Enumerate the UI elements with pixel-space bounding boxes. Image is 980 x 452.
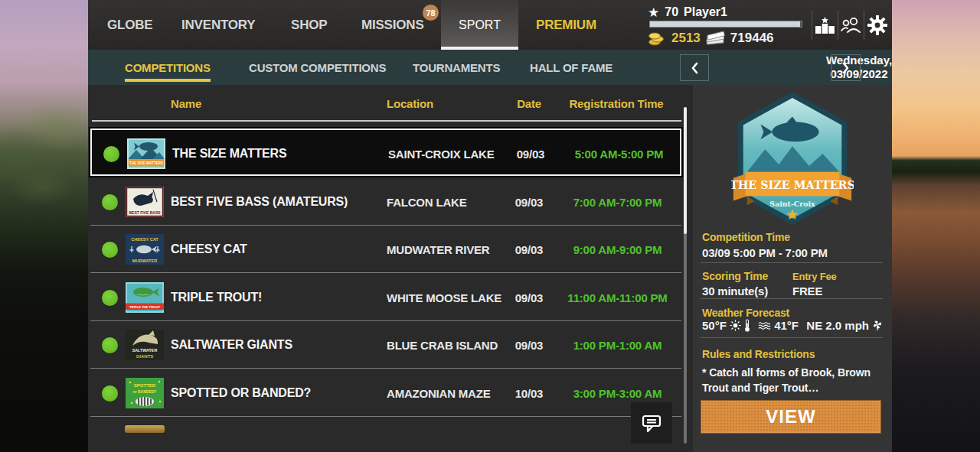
air-temp-value: 50°F bbox=[702, 319, 727, 332]
competition-logo-spotted-or-banded: SPOTTED or BANDED? bbox=[125, 378, 165, 408]
nav-globe[interactable]: GLOBE bbox=[107, 0, 152, 50]
rules-text: * Catch all forms of Brook, Brown Trout … bbox=[702, 365, 883, 395]
competition-logo-partial bbox=[125, 425, 165, 433]
tab-tournaments[interactable]: TOURNAMENTS bbox=[413, 50, 500, 85]
tab-custom-competitions[interactable]: CUSTOM COMPETITIONS bbox=[249, 50, 386, 85]
missions-count-badge: 78 bbox=[423, 5, 439, 21]
sport-sub-nav: COMPETITIONS CUSTOM COMPETITIONS TOURNAM… bbox=[88, 50, 892, 85]
status-open-dot-icon bbox=[103, 146, 119, 162]
competition-reg-time: 9:00 AM-9:00 PM bbox=[555, 226, 680, 273]
competition-logo-saltwater-giants: SALTWATER GIANTS bbox=[125, 330, 165, 360]
friends-icon bbox=[840, 16, 863, 34]
competition-name: SPOTTED OR BANDED? bbox=[171, 369, 311, 417]
competition-date: 10/03 bbox=[506, 369, 552, 417]
water-temperature: 41°F bbox=[758, 319, 799, 332]
competition-badge: THE SIZE MATTERS Saint-Croix bbox=[731, 90, 854, 226]
status-open-dot-icon bbox=[102, 194, 118, 210]
scrollbar-thumb[interactable] bbox=[684, 107, 687, 234]
competition-reg-time: 7:00 AM-7:00 PM bbox=[555, 178, 680, 226]
table-row-partial[interactable] bbox=[90, 417, 681, 452]
status-open-dot-icon bbox=[102, 385, 118, 402]
status-open-dot-icon bbox=[102, 337, 118, 353]
svg-text:GIANTS: GIANTS bbox=[136, 354, 154, 359]
chevron-right-icon bbox=[842, 62, 850, 74]
competition-logo-best-five-bass: BEST FIVE BASS bbox=[125, 187, 165, 217]
nav-missions[interactable]: MISSIONS bbox=[361, 0, 424, 50]
competition-date: 09/03 bbox=[506, 178, 552, 226]
table-scrollbar[interactable] bbox=[684, 107, 687, 444]
column-header-name: Name bbox=[171, 97, 201, 110]
competition-time-value: 03/09 5:00 PM - 7:00 PM bbox=[702, 246, 828, 259]
gold-coins-icon bbox=[648, 31, 667, 46]
xp-progress-fill bbox=[650, 21, 800, 27]
next-day-button[interactable] bbox=[831, 54, 861, 81]
entry-fee-label: Entry Fee bbox=[792, 271, 836, 282]
xp-progress-bar bbox=[649, 21, 802, 28]
competition-date: 09/03 bbox=[506, 274, 552, 321]
competition-details-panel: THE SIZE MATTERS Saint-Croix Competition… bbox=[693, 85, 892, 452]
view-button[interactable]: VIEW bbox=[701, 400, 881, 434]
nav-sport[interactable]: SPORT bbox=[441, 0, 518, 50]
water-temp-value: 41°F bbox=[774, 319, 799, 332]
badge-title: THE SIZE MATTERS bbox=[731, 179, 854, 191]
competition-name: TRIPLE TROUT! bbox=[171, 274, 262, 321]
wind-fan-icon bbox=[872, 320, 883, 331]
svg-text:CHEESY CAT: CHEESY CAT bbox=[131, 237, 158, 242]
scoring-time-value: 30 minute(s) bbox=[702, 285, 768, 298]
top-menu-bar: GLOBE INVENTORY SHOP MISSIONS 78 SPORT P… bbox=[88, 0, 892, 50]
entry-fee-value: FREE bbox=[792, 285, 822, 298]
competition-location: WHITE MOOSE LAKE bbox=[387, 274, 501, 321]
competition-logo-triple-trout: TRIPLE THE TROUT bbox=[125, 282, 165, 313]
previous-day-button[interactable] bbox=[680, 54, 709, 81]
waves-icon bbox=[758, 321, 771, 330]
banknotes-icon bbox=[705, 31, 726, 46]
competition-location: SAINT-CROIX LAKE bbox=[388, 130, 494, 177]
tab-competitions[interactable]: COMPETITIONS bbox=[125, 50, 211, 85]
friends-button[interactable] bbox=[838, 11, 864, 40]
chevron-left-icon bbox=[691, 62, 698, 74]
weather-forecast-label: Weather Forecast bbox=[702, 307, 789, 319]
sun-icon bbox=[730, 320, 741, 331]
badge-subtitle: Saint-Croix bbox=[769, 200, 815, 208]
leaderboard-button[interactable] bbox=[812, 11, 838, 40]
competition-location: MUDWATER RIVER bbox=[387, 226, 489, 273]
table-row-spotted-or-banded[interactable]: SPOTTED or BANDED? SPOTTED OR BANDED? AM… bbox=[90, 369, 681, 417]
level-star-icon: ★ bbox=[648, 5, 659, 20]
tab-hall-of-fame[interactable]: HALL OF FAME bbox=[530, 50, 612, 85]
settings-button[interactable] bbox=[864, 11, 890, 40]
svg-text:BEST FIVE BASS: BEST FIVE BASS bbox=[129, 210, 161, 215]
chat-bubble-icon bbox=[639, 411, 664, 435]
table-row-triple-trout[interactable]: TRIPLE THE TROUT TRIPLE TROUT! WHITE MOO… bbox=[90, 274, 681, 321]
nav-sport-label: SPORT bbox=[459, 18, 501, 32]
chat-button[interactable] bbox=[631, 402, 672, 444]
competition-name: THE SIZE MATTERS bbox=[172, 130, 286, 177]
player-info[interactable]: ★ 70 Player1 bbox=[648, 5, 727, 20]
header-icon-cluster bbox=[812, 11, 890, 40]
competition-logo-the-size-matters: THE SIZE MATTERS bbox=[126, 138, 166, 169]
competition-name: BEST FIVE BASS (AMATEURS) bbox=[171, 178, 348, 226]
rules-label: Rules and Restrictions bbox=[702, 348, 815, 360]
nav-inventory[interactable]: INVENTORY bbox=[181, 0, 255, 50]
background-photo-left bbox=[0, 0, 88, 452]
table-row-cheesy-cat[interactable]: CHEESY CAT MUDWATER CHEESY CAT MUDWATER … bbox=[90, 226, 681, 273]
svg-text:or BANDED?: or BANDED? bbox=[133, 389, 157, 394]
table-row-best-five-bass[interactable]: BEST FIVE BASS BEST FIVE BASS (AMATEURS)… bbox=[90, 178, 681, 226]
column-header-location: Location bbox=[387, 97, 433, 110]
divider bbox=[701, 337, 883, 338]
nav-shop[interactable]: SHOP bbox=[291, 0, 327, 50]
wind-info: NE 2.0 mph bbox=[806, 319, 883, 332]
column-header-date: Date bbox=[506, 97, 552, 110]
column-header-registration-time: Registration Time bbox=[555, 97, 678, 110]
status-open-dot-icon bbox=[102, 242, 118, 258]
table-row-the-size-matters[interactable]: THE SIZE MATTERS THE SIZE MATTERS SAINT-… bbox=[90, 128, 681, 176]
competition-name: SALTWATER GIANTS bbox=[171, 321, 292, 369]
competitions-table: Name Location Date Registration Time bbox=[88, 85, 693, 452]
coins-amount: 2513 bbox=[671, 31, 701, 46]
competition-location: BLUE CRAB ISLAND bbox=[387, 321, 498, 369]
competition-reg-time: 5:00 AM-5:00 PM bbox=[557, 130, 681, 177]
game-screen: GLOBE INVENTORY SHOP MISSIONS 78 SPORT P… bbox=[0, 0, 980, 452]
competitions-content: Name Location Date Registration Time bbox=[88, 85, 892, 452]
table-row-saltwater-giants[interactable]: SALTWATER GIANTS SALTWATER GIANTS BLUE C… bbox=[90, 321, 681, 369]
svg-text:MUDWATER: MUDWATER bbox=[132, 259, 158, 263]
nav-premium[interactable]: PREMIUM bbox=[536, 0, 596, 50]
